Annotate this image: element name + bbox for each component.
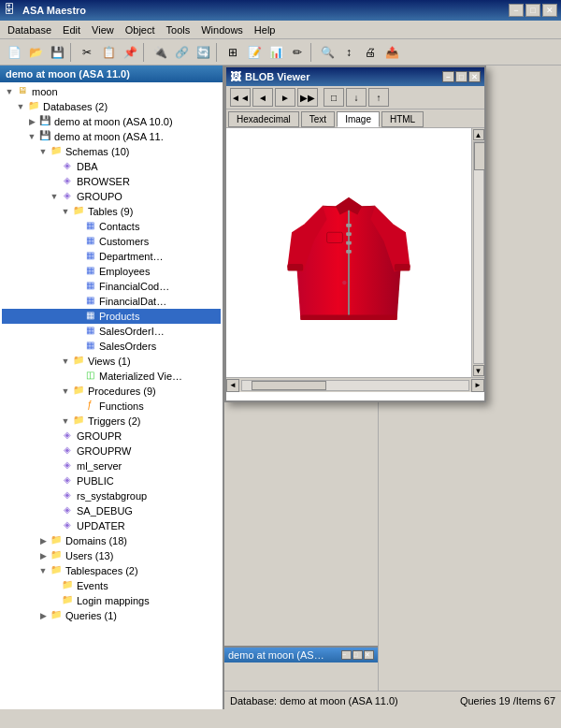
tree-node-contacts[interactable]: ▦ Contacts	[2, 219, 221, 234]
expand-procedures[interactable]: ▼	[60, 386, 71, 396]
tree-node-sa_debug[interactable]: ◈ SA_DEBUG	[2, 503, 221, 518]
tree-node-updater[interactable]: ◈ UPDATER	[2, 518, 221, 533]
expand-contacts[interactable]	[71, 222, 82, 231]
menu-view[interactable]: View	[86, 22, 120, 37]
expand-employees[interactable]	[71, 267, 82, 276]
tree-node-triggers[interactable]: ▼ 📁 Triggers (2)	[2, 414, 221, 429]
blob-nav-up[interactable]: ↑	[368, 88, 389, 107]
tree-node-public[interactable]: ◈ PUBLIC	[2, 473, 221, 488]
expand-domains[interactable]: ▶	[37, 536, 49, 546]
expand-salesorderi[interactable]	[71, 327, 82, 336]
expand-demo11[interactable]: ▼	[26, 132, 37, 141]
expand-functions[interactable]	[71, 401, 82, 411]
tree-node-financialcode[interactable]: ▦ FinancialCod…	[2, 279, 221, 294]
maximize-button[interactable]: □	[525, 4, 540, 17]
tree-node-matview[interactable]: ◫ Materialized Vie…	[2, 369, 221, 384]
menu-tools[interactable]: Tools	[161, 22, 196, 37]
tb-open[interactable]: 📂	[25, 42, 46, 63]
menu-windows[interactable]: Windows	[195, 22, 249, 37]
expand-groupo[interactable]: ▼	[49, 192, 60, 201]
tree-node-functions[interactable]: ƒ Functions	[2, 399, 221, 414]
tb-cut[interactable]: ✂	[77, 42, 97, 63]
expand-queries[interactable]: ▶	[37, 611, 49, 620]
blob-tab-text[interactable]: Text	[301, 111, 335, 127]
blob-hscrollbar[interactable]: ◄ ►	[226, 377, 484, 392]
tb-print[interactable]: 🖨	[360, 42, 381, 63]
blob-nav-stop[interactable]: □	[324, 88, 344, 107]
tree-node-groupr[interactable]: ◈ GROUPR	[2, 429, 221, 444]
tb-refresh[interactable]: 🔄	[193, 42, 213, 63]
tree-node-schemas[interactable]: ▼ 📁 Schemas (10)	[2, 144, 221, 159]
expand-triggers[interactable]: ▼	[60, 416, 71, 426]
tb-export[interactable]: 📤	[381, 42, 402, 63]
blob-nav-last[interactable]: ▶▶	[297, 88, 318, 107]
expand-financialdat[interactable]	[71, 297, 82, 306]
expand-grouprw[interactable]	[49, 446, 60, 456]
blob-tab-image[interactable]: Image	[337, 111, 380, 127]
expand-sa[interactable]	[49, 506, 60, 516]
expand-databases[interactable]: ▼	[15, 102, 26, 111]
tree-node-tables[interactable]: ▼ 📁 Tables (9)	[2, 204, 221, 219]
tree-node-queries[interactable]: ▶ 📁 Queries (1)	[2, 608, 221, 623]
hscroll-right[interactable]: ►	[471, 379, 484, 392]
blob-nav-prev[interactable]: ◄	[252, 88, 273, 107]
expand-ml_server[interactable]	[49, 461, 60, 471]
tree-node-loginmappings[interactable]: 📁 Login mappings	[2, 593, 221, 608]
tree-node-browser[interactable]: ◈ BROWSER	[2, 174, 221, 189]
tree-node-databases[interactable]: ▼ 📁 Databases (2)	[2, 99, 221, 114]
tb-design[interactable]: ✏	[287, 42, 308, 63]
expand-events[interactable]	[49, 581, 60, 590]
tree-node-moon[interactable]: ▼ 🖥 moon	[2, 84, 221, 99]
blob-win-close[interactable]: ✕	[468, 71, 481, 82]
expand-departments[interactable]	[71, 252, 82, 261]
tree-node-demo10[interactable]: ▶ 💾 demo at moon (ASA 10.0)	[2, 114, 221, 129]
hscroll-thumb[interactable]	[252, 381, 326, 390]
tree-node-salesorders[interactable]: ▦ SalesOrders	[2, 339, 221, 354]
mini-win-close[interactable]: ✕	[364, 650, 374, 660]
blob-tab-hex[interactable]: Hexadecimal	[228, 111, 299, 127]
mini-win-min[interactable]: −	[341, 650, 352, 660]
tree-node-departments[interactable]: ▦ Department…	[2, 249, 221, 264]
tb-sort[interactable]: ↕	[338, 42, 359, 63]
tree-node-products[interactable]: ▦ Products	[2, 309, 221, 324]
expand-moon[interactable]: ▼	[4, 87, 15, 96]
expand-tablespaces[interactable]: ▼	[37, 566, 49, 575]
tree-node-domains[interactable]: ▶ 📁 Domains (18)	[2, 533, 221, 548]
expand-salesorders[interactable]	[71, 342, 82, 351]
expand-customers[interactable]	[71, 237, 82, 246]
tb-save[interactable]: 💾	[47, 42, 67, 63]
tree-container[interactable]: ▼ 🖥 moon ▼ 📁 Databases (2) ▶ 💾 demo at m…	[0, 82, 223, 709]
tree-node-procedures[interactable]: ▼ 📁 Procedures (9)	[2, 384, 221, 399]
expand-users[interactable]: ▶	[37, 551, 49, 561]
tree-node-customers[interactable]: ▦ Customers	[2, 234, 221, 249]
tree-node-employees[interactable]: ▦ Employees	[2, 264, 221, 279]
expand-matview[interactable]	[71, 371, 82, 381]
tb-copy[interactable]: 📋	[98, 42, 119, 63]
expand-browser[interactable]	[49, 177, 60, 186]
expand-financialcode[interactable]	[71, 282, 82, 291]
tree-node-ml_server[interactable]: ◈ ml_server	[2, 459, 221, 473]
tb-disconnect[interactable]: 🔗	[171, 42, 192, 63]
blob-tab-html[interactable]: HTML	[381, 111, 424, 127]
expand-tables[interactable]: ▼	[60, 207, 71, 216]
close-button[interactable]: ✕	[542, 4, 557, 17]
tb-paste[interactable]: 📌	[120, 42, 140, 63]
tb-new[interactable]: 📄	[4, 42, 24, 63]
tree-node-grouprw[interactable]: ◈ GROUPRW	[2, 444, 221, 459]
tree-node-events[interactable]: 📁 Events	[2, 578, 221, 593]
tree-node-tablespaces[interactable]: ▼ 📁 Tablespaces (2)	[2, 563, 221, 578]
tree-node-dba[interactable]: ◈ DBA	[2, 159, 221, 174]
scroll-up-btn[interactable]: ▲	[473, 129, 484, 140]
expand-dba[interactable]	[49, 162, 60, 171]
expand-products[interactable]	[71, 312, 82, 321]
blob-nav-next[interactable]: ►	[275, 88, 295, 107]
tree-node-groupo[interactable]: ▼ ◈ GROUPO	[2, 189, 221, 204]
tb-grid[interactable]: ⊞	[223, 42, 243, 63]
menu-database[interactable]: Database	[2, 22, 57, 37]
tree-node-views[interactable]: ▼ 📁 Views (1)	[2, 354, 221, 369]
blob-nav-first[interactable]: ◄◄	[230, 88, 251, 107]
blob-win-min[interactable]: −	[442, 71, 454, 82]
tb-sql[interactable]: 📝	[244, 42, 265, 63]
blob-scrollbar[interactable]: ▲ ▼	[471, 128, 484, 377]
tree-node-demo11[interactable]: ▼ 💾 demo at moon (ASA 11.	[2, 129, 221, 144]
